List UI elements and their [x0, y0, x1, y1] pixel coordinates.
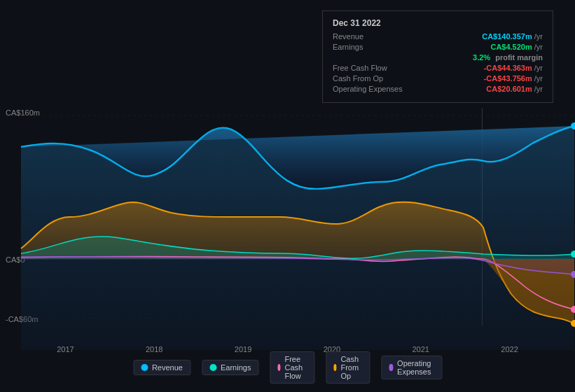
- tooltip-value-opex: CA$20.601m/yr: [486, 85, 543, 93]
- legend: Revenue Earnings Free Cash Flow Cash Fro…: [133, 351, 442, 384]
- x-label-2022: 2022: [501, 345, 518, 354]
- tooltip-label-cashfromop: Cash From Op: [333, 74, 417, 83]
- legend-label-opex: Operating Expenses: [397, 359, 434, 376]
- legend-label-revenue: Revenue: [152, 363, 183, 372]
- tooltip-label-revenue: Revenue: [333, 32, 417, 41]
- tooltip-box: Dec 31 2022 Revenue CA$140.357m/yr Earni…: [322, 10, 553, 103]
- tooltip-value-fcf: -CA$44.363m/yr: [484, 64, 543, 72]
- tooltip-value-earnings: CA$4.520m/yr: [490, 43, 543, 51]
- legend-label-fcf: Free Cash Flow: [284, 355, 307, 380]
- tooltip-label-earnings: Earnings: [333, 43, 417, 51]
- legend-dot-opex: [389, 364, 393, 371]
- chart-container: CA$160m CA$0 -CA$60m Dec 31 2022 Revenue…: [0, 0, 575, 392]
- tooltip-value-cashfromop: -CA$43.756m/yr: [484, 74, 543, 83]
- legend-item-cashfromop[interactable]: Cash From Op: [326, 351, 370, 384]
- legend-dot-fcf: [277, 364, 280, 371]
- tooltip-label-opex: Operating Expenses: [333, 85, 417, 93]
- tooltip-row-earnings: Earnings CA$4.520m/yr: [333, 43, 543, 51]
- tooltip-value-margin: 3.2% profit margin: [473, 53, 543, 62]
- x-label-2017: 2017: [57, 345, 74, 354]
- tooltip-label-fcf: Free Cash Flow: [333, 64, 417, 72]
- tooltip-row-opex: Operating Expenses CA$20.601m/yr: [333, 85, 543, 93]
- tooltip-date: Dec 31 2022: [333, 18, 543, 28]
- legend-dot-revenue: [141, 364, 148, 371]
- legend-item-earnings[interactable]: Earnings: [202, 360, 258, 375]
- legend-item-fcf[interactable]: Free Cash Flow: [270, 351, 314, 384]
- legend-dot-cashfromop: [333, 364, 336, 371]
- tooltip-row-margin: 3.2% profit margin: [333, 53, 543, 62]
- legend-item-revenue[interactable]: Revenue: [133, 360, 190, 375]
- tooltip-row-fcf: Free Cash Flow -CA$44.363m/yr: [333, 64, 543, 72]
- tooltip-value-revenue: CA$140.357m/yr: [482, 32, 543, 41]
- legend-item-opex[interactable]: Operating Expenses: [382, 356, 442, 379]
- legend-label-earnings: Earnings: [221, 363, 251, 372]
- legend-dot-earnings: [209, 364, 216, 371]
- legend-label-cashfromop: Cash From Op: [340, 355, 362, 380]
- tooltip-row-cashfromop: Cash From Op -CA$43.756m/yr: [333, 74, 543, 83]
- tooltip-row-revenue: Revenue CA$140.357m/yr: [333, 32, 543, 41]
